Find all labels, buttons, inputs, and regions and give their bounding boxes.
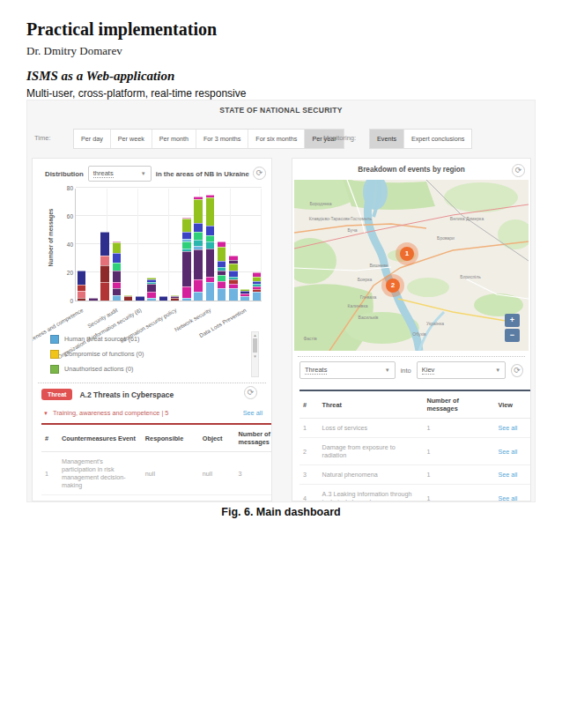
column-header: Countermeasures Event (58, 424, 142, 452)
chart-bar[interactable] (206, 195, 215, 301)
table-header-row: #Countermeasures EventResponsibleObjectN… (41, 424, 272, 452)
chart-bar[interactable] (124, 295, 133, 301)
distribution-prefix: Distribution (45, 170, 84, 178)
bar-segment (100, 232, 109, 256)
scrollbar-thumb[interactable] (253, 338, 257, 353)
map-marker[interactable]: 2 (386, 279, 400, 293)
threat-dropdown[interactable]: Threats ▼ (299, 361, 396, 379)
refresh-icon[interactable]: ⟳ (511, 364, 523, 377)
threat-cell: 1 (423, 438, 494, 465)
map-place-label: Калинівка (347, 303, 367, 308)
zoom-out-button[interactable]: − (505, 329, 520, 342)
threat-category-row[interactable]: ▼ Training, awareness and competence | 5… (43, 409, 263, 417)
time-label: Time: (34, 134, 50, 142)
zoom-in-button[interactable]: + (505, 314, 520, 327)
see-all-link[interactable]: See all (494, 465, 531, 485)
dashboard-screenshot: STATE OF NATIONAL SECURITY Time: Per day… (26, 100, 536, 502)
threat-cell: Natural phenomena (319, 465, 424, 485)
legend-item[interactable]: Technical failures (0) (50, 376, 253, 377)
bar-segment (113, 253, 122, 263)
legend-item[interactable]: Unauthorised actions (0) (50, 361, 253, 376)
threat-cell: Damage from exposure to radiation (319, 438, 424, 465)
region-dropdown-value: Kiev (422, 366, 435, 375)
map-marker[interactable]: 1 (400, 247, 414, 261)
monitoring-button-expert-conclusions[interactable]: Expert conclusions (404, 130, 471, 148)
legend-item[interactable]: Human threat sources (61) (50, 331, 253, 346)
divider (38, 383, 266, 383)
column-header: # (41, 424, 58, 452)
chart-bar[interactable] (182, 218, 191, 301)
see-all-link[interactable]: See all (494, 419, 531, 438)
time-button-per-week[interactable]: Per week (111, 130, 152, 148)
region-panel-title: Breakdown of events by region (292, 166, 530, 174)
legend-scrollbar[interactable]: ▴▾ (251, 331, 259, 377)
bar-segment (100, 265, 109, 282)
threat-cell: 1 (423, 465, 494, 485)
countermeasure-cell: null (142, 452, 199, 495)
map-place-label: Бровари (437, 235, 455, 241)
bar-segment (159, 296, 168, 301)
table-header-row: #ThreatNumber of messagesView (299, 390, 531, 419)
gridline (76, 187, 262, 188)
divider (298, 356, 525, 357)
bar-segment (182, 241, 191, 249)
chart-bar[interactable] (100, 232, 109, 301)
chart-bar[interactable] (229, 256, 238, 301)
chart-bar[interactable] (194, 197, 203, 301)
see-all-link[interactable]: See all (494, 485, 531, 502)
chart-bar[interactable] (253, 272, 262, 301)
bar-segment (136, 296, 144, 301)
see-all-link[interactable]: See all (243, 409, 263, 417)
bar-segment (194, 223, 203, 232)
time-button-per-day[interactable]: Per day (74, 130, 111, 148)
monitoring-button-events[interactable]: Events (370, 130, 404, 148)
legend-swatch-icon (50, 350, 59, 359)
chart-bar[interactable] (218, 241, 226, 301)
region-dropdown[interactable]: Kiev ▼ (417, 361, 506, 379)
bar-segment (147, 284, 156, 293)
see-all-link[interactable]: See all (494, 438, 531, 465)
map-place-label: Фастів (303, 336, 316, 341)
map-place-label: Боярка (358, 277, 373, 282)
chevron-down-icon: ▼ (385, 368, 390, 373)
time-button-per-month[interactable]: Per month (152, 130, 196, 148)
chart-bar[interactable] (159, 296, 168, 301)
chart-bar[interactable] (89, 298, 98, 301)
bar-segment (89, 298, 98, 301)
countermeasure-cell: Setting the order and priorities of risk… (58, 495, 142, 502)
threats-table: #ThreatNumber of messagesView1Loss of se… (299, 390, 531, 501)
countermeasure-cell: null (199, 452, 235, 495)
refresh-icon[interactable]: ⟳ (244, 386, 257, 399)
threat-section-header: Threat A.2 Threats in Cyberspace ⟳ (41, 388, 263, 401)
gridline (168, 189, 169, 301)
column-header: # (299, 390, 319, 419)
monitoring-label: Monitoring: (323, 134, 356, 142)
monitoring-filter-group: EventsExpert conclusions (369, 129, 472, 149)
chart-bar[interactable] (171, 295, 180, 301)
region-map[interactable]: БородянкаКлавдієво-ТарасовеГостомельБуча… (294, 180, 529, 351)
legend-item[interactable]: Compromise of functions (0) (50, 346, 253, 361)
map-place-label: Буча (347, 227, 357, 233)
refresh-icon[interactable]: ⟳ (253, 167, 266, 180)
bar-segment (194, 199, 203, 223)
threat-cell: 1 (299, 419, 319, 438)
threat-type-dropdown[interactable]: threats ▼ (88, 166, 152, 182)
stacked-bar-chart: Number of messages 020406080 awareness a… (38, 183, 267, 323)
legend-label: Unauthorised actions (0) (64, 365, 133, 373)
table-row: 2Setting the order and priorities of ris… (41, 495, 272, 502)
chevron-down-icon: ▼ (141, 171, 146, 176)
bar-segment (206, 249, 215, 277)
refresh-icon[interactable]: ⟳ (512, 164, 525, 177)
chart-bar[interactable] (78, 271, 86, 301)
chevron-down-icon: ▼ (495, 368, 500, 373)
time-button-for-3-months[interactable]: For 3 months (196, 130, 248, 148)
chart-bar[interactable] (136, 296, 144, 301)
chart-bar[interactable] (113, 241, 122, 301)
time-button-for-six-months[interactable]: For six months (248, 130, 305, 148)
map-place-label: Бориспіль (460, 274, 480, 279)
chart-bar[interactable] (147, 278, 156, 301)
chart-bar[interactable] (240, 289, 249, 301)
threat-cell: 1 (423, 419, 494, 438)
map-place-label: Велика Димерка (450, 216, 484, 221)
time-filter-group: Per dayPer weekPer monthFor 3 monthsFor … (73, 129, 344, 149)
